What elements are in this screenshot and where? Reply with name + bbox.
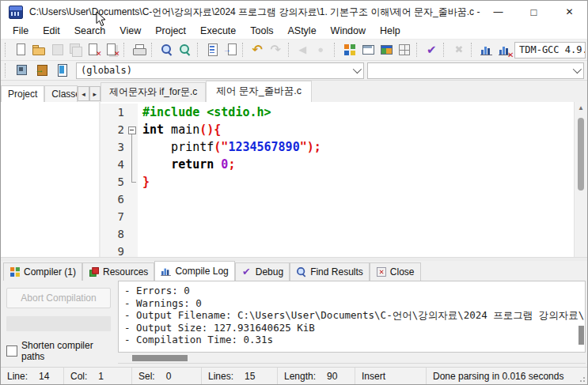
menu-tools[interactable]: Tools [243, 25, 280, 36]
fold-gutter [127, 208, 138, 225]
undo-button[interactable] [249, 41, 267, 59]
replace-button[interactable] [203, 41, 222, 59]
code-line-2: 2int main(){ [101, 121, 575, 138]
log-line: - Compilation Time: 0.31s [124, 334, 575, 346]
menu-file[interactable]: File [6, 25, 36, 36]
resources-icon [88, 265, 101, 278]
maximize-button[interactable]: □ [516, 1, 552, 23]
open-file-icon [31, 42, 47, 58]
print-icon [131, 42, 147, 58]
code-text[interactable]: int main(){ [138, 121, 221, 138]
window-view-button[interactable] [359, 41, 377, 59]
code-token: (){ [199, 123, 221, 137]
save-all-button [66, 41, 85, 59]
code-text[interactable]: } [138, 173, 150, 191]
editor-scrollbar-thumb[interactable] [578, 118, 584, 191]
log-horizontal-scrollbar[interactable] [118, 353, 586, 364]
code-token [214, 157, 221, 172]
menu-view[interactable]: View [112, 25, 148, 36]
open-file-button[interactable] [30, 41, 48, 59]
abort-compile-button [450, 41, 469, 59]
print-button[interactable] [131, 41, 149, 59]
code-editor[interactable]: 1#include <stdio.h>2int main(){3 printf(… [101, 102, 587, 257]
close-all-button[interactable] [103, 41, 121, 59]
line-number: 4 [101, 156, 127, 173]
status-line-value: 14 [39, 371, 49, 382]
toolbar-separator [5, 43, 9, 57]
sidebar-tabs: ProjectClasses [1, 81, 101, 102]
menu-edit[interactable]: Edit [36, 25, 67, 36]
compiler-combobox[interactable]: TDM-GCC 4.9.2 64 [514, 42, 586, 59]
close-button[interactable]: ✕ [552, 1, 587, 23]
globals-combobox[interactable]: (globals) [76, 62, 364, 79]
log-vertical-scrollbar-thumb[interactable] [579, 326, 584, 345]
tab-close[interactable]: Close [370, 262, 421, 281]
new-project-button[interactable] [340, 41, 358, 59]
close-file-button[interactable] [85, 41, 103, 59]
editor-vertical-scrollbar[interactable]: ▲ [574, 102, 587, 257]
menu-window[interactable]: Window [324, 25, 373, 36]
log-horizontal-scrollbar-thumb[interactable] [132, 355, 188, 361]
tab-label: Find Results [310, 266, 363, 277]
sidebar-tab-classes[interactable]: Classes [44, 85, 78, 102]
tab-compile-log[interactable]: Compile Log [154, 261, 234, 281]
find-button[interactable] [157, 41, 176, 59]
code-text[interactable]: #include <stdio.h> [138, 104, 271, 121]
syntax-check-button[interactable] [423, 41, 441, 59]
profile-button[interactable] [478, 41, 496, 59]
delete-profile-button[interactable] [496, 41, 514, 59]
menu-astyle[interactable]: AStyle [280, 25, 323, 36]
editor-tab-제어문자와-if-for문-c[interactable]: 제어문자와 if_for문.c [101, 82, 206, 102]
status-length: Length:90 [278, 368, 355, 384]
tab-resources[interactable]: Resources [82, 262, 154, 281]
editor-tab-제어-문자-줄바꿈-c[interactable]: 제어 문자_줄바꿈.c [206, 81, 312, 102]
sidebar-tab-project[interactable]: Project [1, 85, 44, 102]
menu-project[interactable]: Project [148, 25, 193, 36]
goto-definition-icon [34, 62, 50, 78]
scroll-up-icon[interactable]: ▲ [575, 104, 587, 111]
menu-execute[interactable]: Execute [193, 25, 243, 36]
tab-scroll-left-icon[interactable] [78, 86, 89, 101]
find-in-files-button[interactable] [176, 41, 194, 59]
tab-compiler-1[interactable]: Compiler (1) [3, 262, 82, 281]
tab-find-results[interactable]: Find Results [290, 262, 370, 281]
project-options-button[interactable] [377, 41, 396, 59]
profile-icon [479, 42, 495, 58]
shorten-paths-option[interactable]: Shorten compiler paths [6, 340, 111, 362]
code-token: return [171, 157, 214, 172]
new-project-icon [342, 42, 358, 58]
code-text[interactable] [138, 191, 142, 208]
menu-search[interactable]: Search [67, 25, 113, 36]
replace-icon [205, 42, 221, 58]
menu-help[interactable]: Help [373, 25, 408, 36]
fold-marker-icon[interactable] [127, 121, 138, 138]
new-file-icon [13, 42, 28, 58]
window-title: C:\Users\User\Documents\C-언어\강의자료\2024 프… [29, 6, 480, 19]
tab-label: Debug [256, 266, 283, 277]
code-text[interactable]: return 0; [138, 156, 235, 173]
status-sel-value: 0 [166, 371, 172, 382]
goto-line-button[interactable] [222, 41, 240, 59]
shorten-paths-checkbox[interactable] [6, 345, 17, 357]
view-source-button[interactable] [51, 62, 71, 79]
code-line-9: 9 [101, 243, 575, 257]
find-in-files-icon [177, 42, 193, 58]
window-layout-button[interactable] [396, 41, 414, 59]
goto-declaration-icon [14, 62, 30, 78]
new-file-button[interactable] [12, 41, 30, 59]
code-line-4: 4 return 0; [101, 156, 575, 173]
goto-definition-button[interactable] [32, 62, 51, 79]
tab-scroll-right-icon[interactable] [89, 86, 101, 101]
goto-declaration-button[interactable] [12, 62, 32, 79]
fold-gutter [127, 191, 138, 208]
minimize-button[interactable]: — [480, 1, 516, 23]
tab-debug[interactable]: Debug [235, 262, 290, 281]
code-text[interactable]: printf("1234567890"); [138, 138, 321, 156]
compile-log-output[interactable]: - Errors: 0- Warnings: 0- Output Filenam… [118, 281, 586, 353]
code-text[interactable] [138, 243, 142, 257]
code-text[interactable] [138, 208, 142, 225]
code-text[interactable] [138, 225, 142, 243]
mag-icon [295, 265, 309, 278]
members-combobox[interactable] [367, 62, 584, 79]
bottom-panel-body: Abort Compilation Shorten compiler paths… [1, 281, 587, 367]
